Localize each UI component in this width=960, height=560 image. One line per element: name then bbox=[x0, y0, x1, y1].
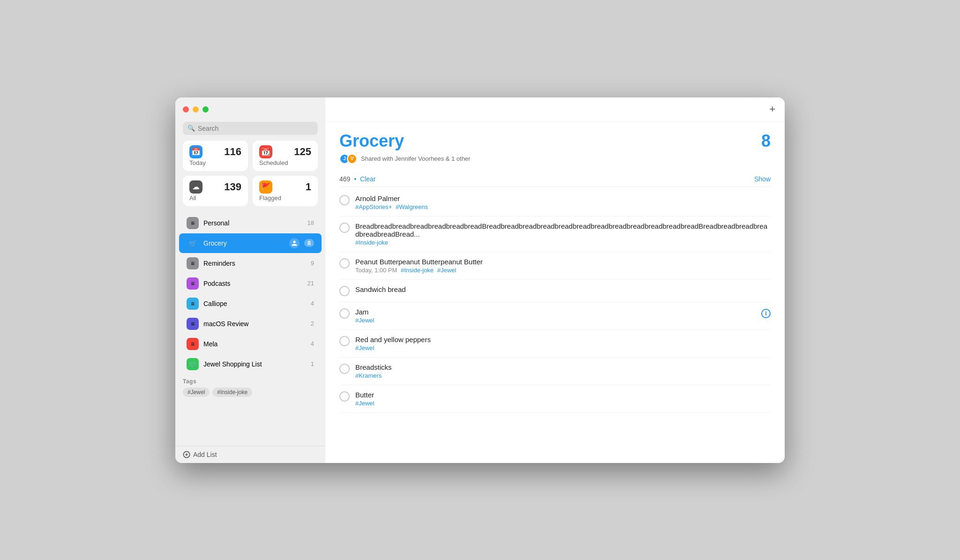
reminder-item-arnold: Arnold Palmer #AppStories+ #Walgreens bbox=[339, 189, 771, 217]
sidebar-item-jewel[interactable]: 🛒 Jewel Shopping List 1 bbox=[179, 354, 322, 374]
tag-inside-joke-peanut[interactable]: #Inside-joke bbox=[401, 267, 434, 274]
reminder-body-jam: Jam #Jewel bbox=[355, 308, 756, 324]
flagged-icon: 🚩 bbox=[259, 180, 272, 194]
tag-appstories[interactable]: #AppStories+ bbox=[355, 203, 392, 210]
reminder-subtitle-peanut: Today, 1:00 PM #Inside-joke #Jewel bbox=[355, 267, 771, 274]
shared-text: Shared with Jennifer Voorhees & 1 other bbox=[361, 155, 470, 162]
sidebar-item-reminders[interactable]: ≡ Reminders 9 bbox=[179, 254, 322, 273]
flagged-count: 1 bbox=[306, 181, 311, 193]
all-count: 139 bbox=[224, 181, 241, 193]
list-item-count: 8 bbox=[761, 131, 771, 151]
minimize-button[interactable] bbox=[193, 106, 199, 112]
search-input[interactable] bbox=[198, 125, 313, 132]
tag-walgreens[interactable]: #Walgreens bbox=[396, 203, 428, 210]
add-item-button[interactable]: + bbox=[769, 104, 775, 114]
reminder-body-peanut: Peanut Butterpeanut Butterpeanut Butter … bbox=[355, 258, 771, 274]
stats-grid: 📅 116 Today 📆 125 Scheduled ☁ 139 All bbox=[175, 141, 325, 213]
tag-inside-joke[interactable]: #Inside-joke bbox=[212, 388, 252, 397]
checkbox-peppers[interactable] bbox=[339, 336, 350, 346]
list-section: ≡ Personal 18 🛒 Grocery 8 ≡ Reminders 9 bbox=[175, 213, 325, 446]
reminder-subtitle-jam: #Jewel bbox=[355, 317, 756, 324]
today-count: 116 bbox=[224, 146, 241, 158]
info-icon-jam[interactable]: i bbox=[761, 309, 771, 318]
macos-review-label: macOS Review bbox=[203, 320, 306, 328]
macos-review-count: 2 bbox=[311, 320, 314, 327]
search-bar[interactable]: 🔍 bbox=[183, 122, 318, 135]
checkbox-bread[interactable] bbox=[339, 223, 350, 233]
sidebar-item-mela[interactable]: ≡ Mela 4 bbox=[179, 334, 322, 354]
today-icon: 📅 bbox=[189, 145, 202, 158]
completed-text: 469 • Clear bbox=[339, 175, 376, 183]
mela-label: Mela bbox=[203, 340, 306, 348]
titlebar bbox=[175, 97, 325, 122]
main-panel: + Grocery 8 J V Shared with Jennifer Voo… bbox=[325, 97, 785, 463]
podcasts-icon: ≡ bbox=[187, 277, 199, 290]
checkbox-breadsticks[interactable] bbox=[339, 364, 350, 374]
reminder-subtitle-arnold: #AppStories+ #Walgreens bbox=[355, 203, 771, 210]
checkbox-peanut[interactable] bbox=[339, 258, 350, 269]
app-window: 🔍 📅 116 Today 📆 125 Scheduled ☁ bbox=[175, 97, 785, 463]
sidebar-item-macos-review[interactable]: ≡ macOS Review 2 bbox=[179, 314, 322, 334]
shared-row: J V Shared with Jennifer Voorhees & 1 ot… bbox=[339, 154, 771, 164]
fullscreen-button[interactable] bbox=[202, 106, 209, 112]
calliope-icon: ≡ bbox=[187, 298, 199, 310]
all-label: All bbox=[189, 194, 241, 202]
checkbox-arnold[interactable] bbox=[339, 195, 350, 205]
reminder-item-butter: Butter #Jewel bbox=[339, 385, 771, 413]
main-content: Grocery 8 J V Shared with Jennifer Voorh… bbox=[325, 122, 785, 463]
reminder-body-sandwich: Sandwich bread bbox=[355, 285, 771, 293]
stat-today[interactable]: 📅 116 Today bbox=[183, 141, 248, 171]
sidebar: 🔍 📅 116 Today 📆 125 Scheduled ☁ bbox=[175, 97, 325, 463]
reminder-item-breadsticks: Breadsticks #Kramers bbox=[339, 358, 771, 385]
reminder-item-sandwich: Sandwich bread bbox=[339, 280, 771, 302]
tag-jewel-peanut[interactable]: #Jewel bbox=[437, 267, 456, 274]
tag-jewel-jam[interactable]: #Jewel bbox=[355, 317, 374, 324]
checkbox-butter[interactable] bbox=[339, 391, 350, 402]
close-button[interactable] bbox=[183, 106, 189, 112]
checkbox-sandwich[interactable] bbox=[339, 286, 350, 296]
mela-count: 4 bbox=[311, 340, 314, 347]
podcasts-count: 21 bbox=[308, 280, 314, 287]
main-titlebar: + bbox=[325, 97, 785, 122]
sidebar-item-calliope[interactable]: ≡ Calliope 4 bbox=[179, 294, 322, 314]
tag-jewel-peppers[interactable]: #Jewel bbox=[355, 344, 374, 351]
sidebar-item-podcasts[interactable]: ≡ Podcasts 21 bbox=[179, 274, 322, 293]
reminder-subtitle-bread: #Inside-joke bbox=[355, 239, 771, 246]
tag-kramers[interactable]: #Kramers bbox=[355, 372, 382, 379]
stat-scheduled[interactable]: 📆 125 Scheduled bbox=[253, 141, 318, 171]
reminder-title-sandwich: Sandwich bread bbox=[355, 285, 771, 293]
list-header: Grocery 8 bbox=[339, 131, 771, 151]
tag-jewel-butter[interactable]: #Jewel bbox=[355, 400, 374, 407]
grocery-shared-icon bbox=[289, 238, 300, 248]
grocery-count-badge: 8 bbox=[304, 239, 314, 247]
avatar-2: V bbox=[347, 154, 357, 164]
scheduled-count: 125 bbox=[294, 146, 311, 158]
today-label: Today bbox=[189, 159, 241, 166]
search-icon: 🔍 bbox=[188, 125, 195, 132]
checkbox-jam[interactable] bbox=[339, 308, 350, 319]
reminder-item-jam: Jam #Jewel i bbox=[339, 302, 771, 330]
completed-row: 469 • Clear Show bbox=[339, 172, 771, 187]
grocery-label: Grocery bbox=[203, 239, 285, 247]
reminder-title-breadsticks: Breadsticks bbox=[355, 363, 771, 371]
reminder-title-butter: Butter bbox=[355, 391, 771, 399]
jewel-label: Jewel Shopping List bbox=[203, 360, 306, 368]
personal-count: 18 bbox=[308, 219, 314, 226]
add-list-button[interactable]: Add List bbox=[175, 446, 325, 463]
show-button[interactable]: Show bbox=[754, 175, 771, 183]
stat-all[interactable]: ☁ 139 All bbox=[183, 176, 248, 206]
stat-flagged[interactable]: 🚩 1 Flagged bbox=[253, 176, 318, 206]
reminders-count: 9 bbox=[311, 260, 314, 267]
flagged-label: Flagged bbox=[259, 194, 311, 202]
clear-button[interactable]: Clear bbox=[360, 175, 375, 183]
sidebar-item-grocery[interactable]: 🛒 Grocery 8 bbox=[179, 233, 322, 253]
jewel-icon: 🛒 bbox=[187, 358, 199, 370]
reminder-subtitle-peppers: #Jewel bbox=[355, 344, 771, 351]
macos-review-icon: ≡ bbox=[187, 318, 199, 330]
sidebar-item-personal[interactable]: ≡ Personal 18 bbox=[179, 213, 322, 233]
tag-inside-joke-bread[interactable]: #Inside-joke bbox=[355, 239, 388, 246]
personal-icon: ≡ bbox=[187, 217, 199, 229]
podcasts-label: Podcasts bbox=[203, 280, 303, 287]
reminder-subtitle-butter: #Jewel bbox=[355, 400, 771, 407]
tag-jewel[interactable]: #Jewel bbox=[183, 388, 210, 397]
